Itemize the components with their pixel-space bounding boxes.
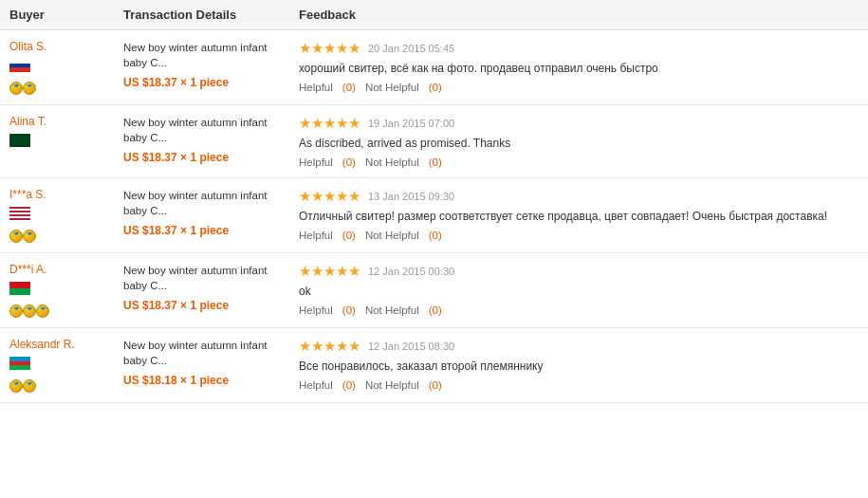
reviews-table: Buyer Transaction Details Feedback Olita… — [0, 0, 868, 403]
product-title[interactable]: New boy winter autumn infant baby C... — [123, 263, 289, 293]
stars-row: ★★★★★ 20 Jan 2015 05:45 — [299, 40, 859, 57]
helpful-row: Helpful (0) Not Helpful (0) — [299, 230, 859, 241]
star-filled: ★ — [336, 338, 348, 355]
table-row: Aleksandr R. 🏅🏅 New boy winter autumn in… — [0, 328, 868, 403]
medal-icon: 🏅 — [23, 379, 36, 393]
stars: ★★★★★ — [299, 263, 360, 280]
helpful-count[interactable]: (0) — [342, 157, 356, 168]
stars-row: ★★★★★ 19 Jan 2015 07:00 — [299, 115, 859, 132]
not-helpful-count[interactable]: (0) — [429, 157, 442, 168]
reviews-container: Olita S. 🏅🏅 New boy winter autumn infant… — [0, 30, 868, 403]
review-text: Отличный свитер! размер соответствует се… — [299, 209, 859, 225]
not-helpful-count[interactable]: (0) — [429, 304, 442, 316]
buyer-cell: Olita S. 🏅🏅 — [0, 40, 123, 95]
not-helpful-label: Not Helpful — [365, 82, 419, 93]
price-info: US $18.37 × 1 piece — [123, 299, 289, 312]
star-filled: ★ — [299, 115, 311, 132]
feedback-cell: ★★★★★ 12 Jan 2015 08:30 Все понравилось,… — [299, 338, 868, 391]
flag-us — [9, 207, 30, 220]
stars: ★★★★★ — [299, 338, 360, 355]
medals: 🏅🏅🏅 — [9, 304, 119, 318]
helpful-row: Helpful (0) Not Helpful (0) — [299, 304, 859, 316]
medal-icon: 🏅 — [23, 82, 36, 95]
helpful-count[interactable]: (0) — [342, 82, 356, 93]
header-buyer: Buyer — [0, 8, 123, 22]
buyer-name[interactable]: D***i A. — [9, 263, 119, 276]
star-filled: ★ — [336, 263, 348, 280]
star-filled: ★ — [311, 40, 323, 57]
stars: ★★★★★ — [299, 188, 360, 205]
helpful-row: Helpful (0) Not Helpful (0) — [299, 82, 859, 93]
flag-by — [9, 282, 30, 295]
review-text: As discribed, arrived as promised. Thank… — [299, 136, 859, 152]
helpful-label: Helpful — [299, 230, 333, 241]
buyer-name[interactable]: Aleksandr R. — [9, 338, 119, 351]
review-text: Все понравилось, заказал второй племянни… — [299, 359, 859, 375]
price-info: US $18.37 × 1 piece — [123, 224, 289, 237]
helpful-label: Helpful — [299, 379, 333, 391]
star-filled: ★ — [348, 188, 360, 205]
helpful-count[interactable]: (0) — [342, 230, 356, 241]
not-helpful-count[interactable]: (0) — [429, 230, 442, 241]
buyer-cell: I***a S. 🏅🏅 — [0, 188, 123, 243]
star-filled: ★ — [311, 115, 323, 132]
product-title[interactable]: New boy winter autumn infant baby C... — [123, 40, 289, 70]
star-filled: ★ — [299, 263, 311, 280]
helpful-row: Helpful (0) Not Helpful (0) — [299, 379, 859, 391]
star-filled: ★ — [311, 188, 323, 205]
medals: 🏅🏅 — [9, 229, 119, 243]
helpful-label: Helpful — [299, 304, 333, 316]
review-date: 12 Jan 2015 08:30 — [368, 341, 454, 352]
stars: ★★★★★ — [299, 115, 360, 132]
medal-icon: 🏅 — [9, 379, 23, 393]
table-row: Olita S. 🏅🏅 New boy winter autumn infant… — [0, 30, 868, 105]
star-filled: ★ — [323, 338, 336, 355]
medal-icon: 🏅 — [9, 230, 23, 243]
product-title[interactable]: New boy winter autumn infant baby C... — [123, 115, 289, 145]
review-date: 13 Jan 2015 09:30 — [368, 191, 454, 202]
stars-row: ★★★★★ 12 Jan 2015 00:30 — [299, 263, 859, 280]
star-filled: ★ — [336, 40, 348, 57]
transaction-cell: New boy winter autumn infant baby C... U… — [123, 188, 299, 237]
stars: ★★★★★ — [299, 40, 360, 57]
helpful-label: Helpful — [299, 157, 333, 168]
star-filled: ★ — [336, 115, 348, 132]
transaction-cell: New boy winter autumn infant baby C... U… — [123, 263, 299, 312]
helpful-count[interactable]: (0) — [342, 304, 356, 316]
header-transaction: Transaction Details — [123, 8, 299, 22]
buyer-cell: Aleksandr R. 🏅🏅 — [0, 338, 123, 393]
helpful-count[interactable]: (0) — [342, 379, 356, 391]
not-helpful-count[interactable]: (0) — [429, 82, 442, 93]
star-half: ★ — [348, 263, 360, 280]
star-filled: ★ — [311, 263, 323, 280]
star-filled: ★ — [299, 40, 311, 57]
product-title[interactable]: New boy winter autumn infant baby C... — [123, 338, 289, 368]
product-title[interactable]: New boy winter autumn infant baby C... — [123, 188, 289, 218]
medal-icon: 🏅 — [9, 82, 23, 95]
review-text: хороший свитер, всё как на фото. продаве… — [299, 61, 859, 77]
buyer-name[interactable]: Olita S. — [9, 40, 119, 53]
table-row: D***i A. 🏅🏅🏅 New boy winter autumn infan… — [0, 253, 868, 328]
medal-icon: 🏅 — [23, 230, 36, 243]
transaction-cell: New boy winter autumn infant baby C... U… — [123, 338, 299, 387]
medal-icon: 🏅 — [23, 304, 36, 318]
review-text: ok — [299, 284, 859, 300]
feedback-cell: ★★★★★ 20 Jan 2015 05:45 хороший свитер, … — [299, 40, 868, 93]
price-info: US $18.18 × 1 piece — [123, 374, 289, 387]
star-filled: ★ — [323, 263, 336, 280]
buyer-name[interactable]: Alina T. — [9, 115, 119, 128]
star-filled: ★ — [336, 188, 348, 205]
not-helpful-count[interactable]: (0) — [429, 379, 442, 391]
buyer-name[interactable]: I***a S. — [9, 188, 119, 201]
review-date: 12 Jan 2015 00:30 — [368, 266, 454, 277]
feedback-cell: ★★★★★ 19 Jan 2015 07:00 As discribed, ar… — [299, 115, 868, 168]
feedback-cell: ★★★★★ 12 Jan 2015 00:30 ok Helpful (0) N… — [299, 263, 868, 316]
star-filled: ★ — [323, 115, 336, 132]
medal-icon: 🏅 — [36, 304, 49, 318]
buyer-cell: D***i A. 🏅🏅🏅 — [0, 263, 123, 318]
helpful-label: Helpful — [299, 82, 333, 93]
transaction-cell: New boy winter autumn infant baby C... U… — [123, 115, 299, 164]
transaction-cell: New boy winter autumn infant baby C... U… — [123, 40, 299, 89]
header-feedback: Feedback — [299, 8, 868, 22]
table-header: Buyer Transaction Details Feedback — [0, 0, 868, 30]
